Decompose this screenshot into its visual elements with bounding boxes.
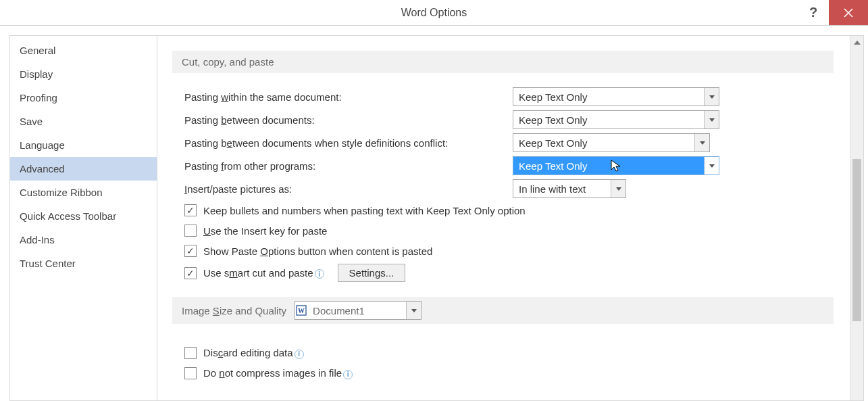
image-quality-document-value: Document1 <box>307 305 406 316</box>
insert-pictures-combo[interactable]: In line with text <box>513 179 626 198</box>
info-icon[interactable]: i <box>315 269 324 279</box>
paste-within-value: Keep Text Only <box>513 91 704 103</box>
paste-between-value: Keep Text Only <box>513 114 704 126</box>
sidebar-item-add-ins[interactable]: Add-Ins <box>10 228 157 252</box>
show-paste-options-checkbox[interactable] <box>184 245 197 257</box>
keep-bullets-checkbox[interactable] <box>184 204 197 216</box>
sidebar-item-proofing[interactable]: Proofing <box>10 86 157 110</box>
chevron-down-icon <box>704 111 719 128</box>
paste-other-value: Keep Text Only <box>513 160 704 172</box>
chevron-down-icon <box>694 134 709 151</box>
paste-within-combo[interactable]: Keep Text Only <box>513 87 719 106</box>
chevron-down-icon <box>704 88 719 105</box>
paste-between-conflict-value: Keep Text Only <box>513 137 694 149</box>
paste-other-combo[interactable]: Keep Text Only <box>513 156 719 175</box>
info-icon[interactable]: i <box>295 350 304 359</box>
title-bar: Word Options ? <box>0 0 868 26</box>
sidebar-item-trust-center[interactable]: Trust Center <box>10 252 157 275</box>
do-not-compress-label: Do not compress images in filei <box>203 367 353 379</box>
sidebar-item-advanced[interactable]: Advanced <box>10 157 157 181</box>
help-button[interactable]: ? <box>798 0 829 25</box>
paste-between-label: Pasting between documents: <box>184 114 513 126</box>
paste-between-conflict-combo[interactable]: Keep Text Only <box>513 133 710 152</box>
image-size-quality-title: Image Size and Quality <box>182 305 286 316</box>
discard-editing-label: Discard editing datai <box>203 347 304 358</box>
sidebar-item-quick-access-toolbar[interactable]: Quick Access Toolbar <box>10 204 157 228</box>
insert-pictures-label: Insert/paste pictures as: <box>184 183 513 195</box>
options-panel: Cut, copy, and paste Pasting within the … <box>157 36 850 400</box>
scroll-up-button[interactable] <box>850 36 863 49</box>
chevron-down-icon <box>406 302 421 319</box>
window-title: Word Options <box>401 7 467 19</box>
smart-cut-settings-button[interactable]: Settings... <box>338 264 406 282</box>
word-document-icon: W <box>295 304 307 316</box>
paste-within-label: Pasting within the same document: <box>184 91 513 103</box>
section-image-size-quality: Image Size and Quality W Document1 <box>172 297 834 324</box>
close-icon <box>844 8 853 18</box>
use-insert-key-label: Use the Insert key for paste <box>203 225 327 237</box>
insert-pictures-value: In line with text <box>513 183 611 195</box>
chevron-down-icon <box>704 157 719 174</box>
discard-editing-checkbox[interactable] <box>184 347 197 359</box>
vertical-scrollbar[interactable] <box>850 36 863 400</box>
sidebar-item-language[interactable]: Language <box>10 133 157 157</box>
keep-bullets-label: Keep bullets and numbers when pasting te… <box>203 205 526 216</box>
paste-other-label: Pasting from other programs: <box>184 160 513 172</box>
sidebar-item-general[interactable]: General <box>10 39 157 62</box>
chevron-down-icon <box>611 180 626 197</box>
use-smart-cut-checkbox[interactable] <box>184 267 197 279</box>
close-button[interactable] <box>829 0 868 25</box>
scroll-thumb[interactable] <box>852 159 861 321</box>
image-quality-document-combo[interactable]: W Document1 <box>295 301 422 320</box>
paste-between-conflict-label: Pasting between documents when style def… <box>184 137 513 149</box>
svg-text:W: W <box>298 307 305 314</box>
do-not-compress-checkbox[interactable] <box>184 367 197 379</box>
section-cut-copy-paste: Cut, copy, and paste <box>172 51 834 73</box>
info-icon[interactable]: i <box>343 370 353 379</box>
paste-between-combo[interactable]: Keep Text Only <box>513 110 719 129</box>
sidebar-item-display[interactable]: Display <box>10 62 157 86</box>
use-smart-cut-label: Use smart cut and pastei <box>203 267 324 279</box>
show-paste-options-label: Show Paste Options button when content i… <box>203 245 432 257</box>
category-sidebar: General Display Proofing Save Language A… <box>9 35 157 401</box>
use-insert-key-checkbox[interactable] <box>184 225 197 237</box>
sidebar-item-customize-ribbon[interactable]: Customize Ribbon <box>10 181 157 204</box>
sidebar-item-save[interactable]: Save <box>10 110 157 133</box>
